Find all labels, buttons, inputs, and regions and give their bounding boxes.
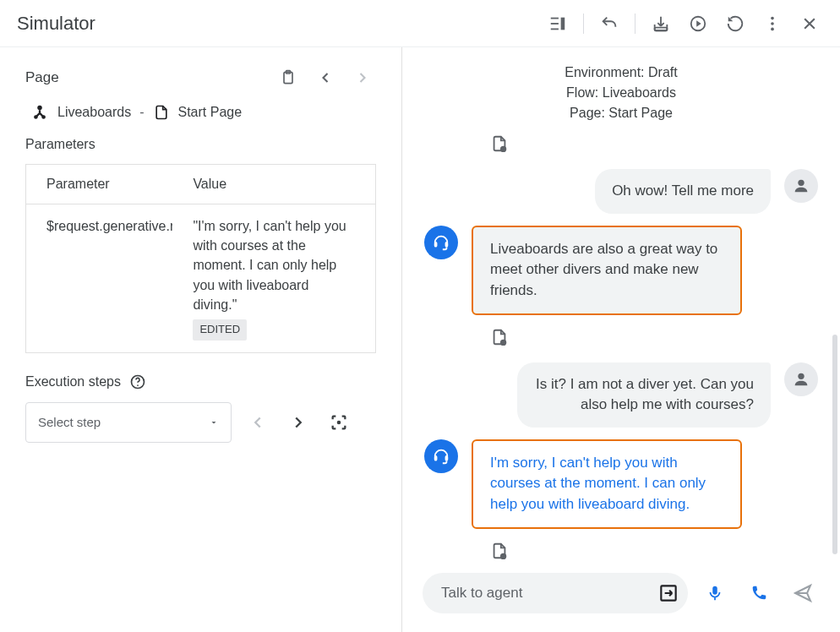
chat-panel: Environment: Draft Flow: Liveaboards Pag… [402, 47, 840, 632]
submit-inline-icon[interactable] [657, 582, 679, 604]
save-icon[interactable] [644, 7, 678, 41]
svg-point-14 [34, 115, 38, 119]
context-block: Environment: Draft Flow: Liveaboards Pag… [402, 47, 840, 128]
clipboard-icon[interactable] [275, 64, 302, 91]
call-icon[interactable] [742, 576, 776, 610]
close-icon[interactable] [793, 7, 826, 41]
agent-avatar [424, 439, 458, 473]
context-env: Environment: Draft [402, 63, 840, 83]
parameters-table: Parameter Value $request.generative.resp… [25, 164, 376, 353]
chevron-down-icon [209, 417, 219, 428]
more-icon[interactable] [755, 7, 789, 41]
send-icon[interactable] [786, 576, 820, 610]
svg-rect-24 [445, 242, 449, 247]
chat-scroll[interactable]: i Oh wow! Tell me more Liveaboards are a… [402, 128, 840, 564]
scrollbar[interactable] [832, 335, 837, 554]
page-section-label: Page [25, 69, 59, 86]
agent-avatar [424, 226, 458, 259]
context-page: Page: Start Page [402, 103, 840, 123]
user-avatar [784, 169, 818, 203]
edited-badge: EDITED [193, 319, 247, 341]
page-next-icon[interactable] [349, 64, 376, 91]
svg-rect-0 [551, 17, 559, 19]
context-flow: Flow: Liveaboards [402, 83, 840, 103]
table-row[interactable]: $request.generative.response "I'm sorry,… [26, 204, 376, 353]
chat-input-placeholder: Talk to agent [441, 585, 522, 602]
message-user: Is it? I am not a diver yet. Can you als… [424, 362, 818, 428]
message-agent: I'm sorry, I can't help you with courses… [424, 439, 818, 529]
svg-point-13 [37, 106, 42, 111]
breadcrumb-flow[interactable]: Liveaboards [57, 105, 131, 120]
mic-icon[interactable] [698, 576, 732, 610]
svg-rect-1 [551, 23, 559, 25]
svg-rect-23 [434, 242, 438, 247]
app-title: Simulator [17, 13, 95, 35]
parameters-label: Parameters [25, 137, 376, 152]
help-icon[interactable] [129, 373, 146, 390]
col-value: Value [172, 165, 375, 204]
svg-rect-33 [712, 586, 717, 595]
col-parameter: Parameter [26, 165, 173, 204]
agent-bubble-highlighted[interactable]: Liveaboards are also a great way to meet… [472, 226, 742, 315]
svg-point-17 [137, 384, 139, 386]
svg-rect-2 [551, 28, 559, 30]
message-agent: Liveaboards are also a great way to meet… [424, 226, 818, 315]
svg-point-19 [337, 420, 341, 424]
agent-bubble-editable[interactable]: I'm sorry, I can't help you with courses… [472, 439, 742, 529]
select-step-placeholder: Select step [38, 415, 101, 429]
user-bubble: Is it? I am not a diver yet. Can you als… [517, 362, 771, 428]
param-value-cell: "I'm sorry, I can't help you with course… [172, 204, 375, 353]
select-step-dropdown[interactable]: Select step [25, 402, 232, 443]
svg-rect-3 [561, 17, 565, 30]
svg-rect-29 [445, 455, 449, 460]
flow-icon [30, 103, 49, 122]
breadcrumb: Liveaboards - Start Page [25, 103, 376, 122]
reset-icon[interactable] [718, 7, 752, 41]
divider [635, 14, 635, 34]
message-user: Oh wow! Tell me more [424, 169, 818, 214]
svg-point-15 [41, 115, 46, 119]
svg-point-27 [798, 373, 804, 379]
toggle-panel-icon[interactable] [541, 7, 575, 41]
doc-info-icon[interactable]: i [490, 541, 818, 561]
user-bubble: Oh wow! Tell me more [595, 169, 771, 214]
chat-input[interactable]: Talk to agent [423, 573, 688, 613]
svg-point-8 [771, 16, 774, 19]
svg-marker-6 [696, 20, 701, 26]
svg-point-10 [771, 27, 774, 30]
top-bar: Simulator [0, 0, 840, 47]
left-panel: Page Liveaboards - Start [0, 47, 402, 632]
svg-marker-18 [212, 422, 216, 424]
svg-rect-28 [434, 455, 438, 460]
breadcrumb-separator: - [139, 105, 144, 120]
param-name: $request.generative.response [26, 204, 173, 353]
doc-info-icon[interactable]: i [490, 327, 818, 347]
focus-icon[interactable] [325, 408, 353, 437]
svg-point-22 [798, 180, 804, 186]
step-prev-icon [243, 408, 272, 437]
page-icon [153, 104, 170, 121]
play-icon[interactable] [681, 7, 715, 41]
svg-point-9 [771, 22, 774, 25]
page-prev-icon[interactable] [312, 64, 339, 91]
input-bar: Talk to agent [402, 564, 840, 632]
execution-steps-label: Execution steps [25, 373, 376, 390]
toolbar-actions [541, 7, 826, 41]
step-next-icon[interactable] [284, 408, 313, 437]
breadcrumb-page[interactable]: Start Page [178, 105, 243, 120]
param-value: "I'm sorry, I can't help you with course… [193, 216, 355, 314]
divider [583, 14, 584, 34]
doc-info-icon[interactable]: i [490, 133, 818, 154]
undo-icon[interactable] [592, 7, 626, 41]
user-avatar [784, 362, 818, 396]
